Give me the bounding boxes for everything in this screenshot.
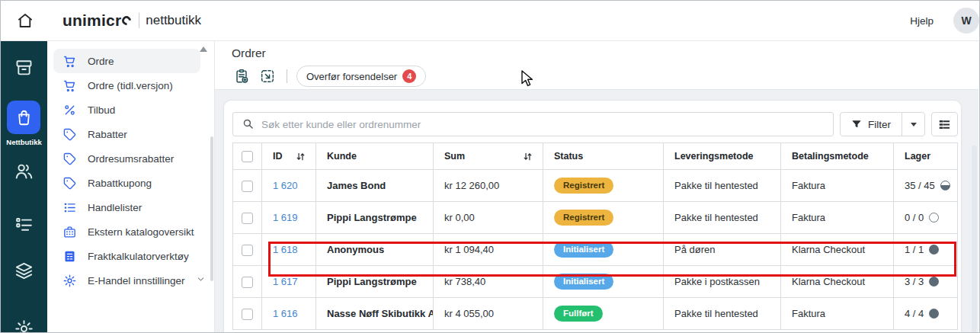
orders-table-wrap: IDKundeSumStatusLeveringsmetodeBetalings…	[232, 142, 958, 330]
order-row-1617[interactable]: 1 617Pippi Langstrømpekr 738,40Initialis…	[233, 266, 958, 298]
transfer-shipments-label: Overfør forsendelser	[306, 71, 397, 82]
column-header-id[interactable]: ID	[262, 143, 316, 170]
status-cell: Fullført	[543, 298, 664, 330]
sidebar-item-ordresumsrabatter[interactable]: Ordresumsrabatter	[53, 146, 200, 171]
row-checkbox[interactable]	[242, 309, 253, 320]
sidebar-item-rabatter[interactable]: Rabatter	[53, 122, 200, 146]
order-id-link[interactable]: 1 619	[273, 212, 298, 223]
order-id-cell: 1 617	[262, 266, 316, 298]
sidebar-scrollbar[interactable]	[210, 136, 213, 281]
order-id-link[interactable]: 1 616	[273, 308, 298, 319]
transfer-shipments-button[interactable]: Overfør forsendelser 4	[296, 66, 426, 87]
add-order-icon[interactable]	[232, 66, 251, 86]
active-module-tile[interactable]	[7, 101, 40, 134]
search-input[interactable]	[232, 112, 834, 136]
chevron-down-icon	[196, 274, 206, 287]
stock-cell: 1 / 1	[894, 234, 958, 266]
list-icon	[62, 200, 77, 215]
checklist-icon[interactable]	[14, 214, 34, 235]
page-scrollbar[interactable]	[972, 146, 977, 332]
filled-circle-icon	[929, 309, 939, 319]
cart-icon	[62, 54, 77, 69]
sidebar-item-ordre[interactable]: Ordre	[53, 49, 200, 73]
order-id-cell: 1 616	[262, 298, 316, 330]
order-row-1616[interactable]: 1 616Nasse Nøff Skibutikk ASkr 4 055,00F…	[233, 298, 958, 330]
status-badge: Initialisert	[554, 242, 613, 258]
status-badge: Initialisert	[554, 274, 613, 290]
stock-cell: 4 / 4	[894, 298, 958, 330]
column-header-leveringsmetode: Leveringsmetode	[664, 143, 781, 170]
column-header-lager: Lager	[894, 143, 958, 170]
delivery-method-cell: På døren	[664, 234, 781, 266]
order-id-link[interactable]: 1 617	[273, 276, 298, 287]
payment-method-cell: Faktura	[781, 170, 894, 202]
caret-down-icon	[911, 123, 917, 126]
user-avatar[interactable]: W	[953, 8, 979, 34]
row-checkbox[interactable]	[242, 245, 253, 256]
sidebar-item-label: Ordre	[88, 56, 114, 67]
shopping-bag-icon[interactable]: Nettbutikk	[6, 101, 41, 146]
archive-icon[interactable]	[14, 57, 34, 78]
filled-circle-icon	[929, 245, 939, 255]
filter-dropdown-button[interactable]	[902, 113, 924, 136]
order-row-1619[interactable]: 1 619Pippi Langstrømpekr 0,00RegistrertP…	[233, 202, 958, 234]
sort-icon[interactable]	[295, 151, 306, 162]
row-select-cell	[233, 170, 262, 202]
payment-method-cell: Klarna Checkout	[781, 266, 894, 298]
payment-method-cell: Klarna Checkout	[781, 234, 894, 266]
order-id-cell: 1 620	[262, 170, 316, 202]
select-all-checkbox[interactable]	[242, 151, 253, 162]
status-cell: Initialisert	[543, 234, 664, 266]
search-icon	[242, 117, 255, 130]
sidebar-scroll-up-arrow[interactable]	[200, 46, 207, 52]
column-view-button[interactable]	[931, 112, 958, 136]
filter-button[interactable]: Filter	[841, 113, 902, 136]
sum-cell: kr 738,40	[434, 266, 543, 298]
row-checkbox[interactable]	[242, 181, 253, 192]
sidebar-item-tilbud[interactable]: Tilbud	[53, 98, 200, 122]
sidebar-item-rabattkupong[interactable]: Rabattkupong	[53, 171, 200, 195]
row-select-cell	[233, 266, 262, 298]
home-icon[interactable]	[14, 9, 37, 32]
tag-icon	[62, 152, 77, 166]
order-row-1620[interactable]: 1 620James Bondkr 12 260,00RegistrertPak…	[233, 170, 958, 202]
users-icon[interactable]	[14, 161, 34, 181]
sidebar-menu: OrdreOrdre (tidl.versjon)TilbudRabatterO…	[47, 41, 215, 332]
order-id-link[interactable]: 1 620	[273, 180, 298, 191]
column-header-sum[interactable]: Sum	[434, 143, 543, 170]
empty-circle-icon	[929, 213, 939, 223]
calculator-icon	[62, 249, 77, 264]
product-name: nettbutikk	[146, 13, 201, 28]
status-badge: Registrert	[554, 178, 613, 194]
export-orders-icon[interactable]	[258, 66, 277, 86]
select-all-header	[233, 143, 262, 170]
sort-icon[interactable]	[522, 151, 533, 162]
percent-icon	[62, 103, 77, 117]
sidebar-item-fraktkalkulatorverkt-y[interactable]: Fraktkalkulatorverktøy	[53, 244, 200, 268]
status-cell: Initialisert	[543, 266, 664, 298]
sidebar-item-ordre-tidl-versjon[interactable]: Ordre (tidl.versjon)	[53, 73, 200, 98]
order-row-1618[interactable]: 1 618Anonymouskr 1 094,40InitialisertPå …	[233, 234, 958, 266]
order-id-link[interactable]: 1 618	[273, 244, 298, 255]
sidebar-item-ekstern-katalogoversikt[interactable]: Ekstern katalogoversikt	[53, 219, 200, 244]
layers-icon[interactable]	[14, 261, 34, 281]
gear-icon[interactable]	[14, 319, 34, 333]
filter-funnel-icon	[851, 119, 862, 130]
customer-cell: Pippi Langstrømpe	[316, 266, 434, 298]
help-link[interactable]: Hjelp	[910, 15, 934, 27]
sum-cell: kr 1 094,40	[434, 234, 543, 266]
main-content: Ordrer Overfør forsendelser 4	[215, 41, 978, 332]
list-controls: Filter	[232, 112, 958, 136]
column-header-status: Status	[543, 143, 664, 170]
app-window: unimicr nettbutikk Hjelp W Nettbutikk Or…	[0, 0, 980, 333]
row-checkbox[interactable]	[242, 213, 253, 224]
payment-method-cell: Faktura	[781, 298, 894, 330]
stock-cell: 35 / 45	[894, 170, 958, 202]
filter-split-button: Filter	[840, 112, 925, 136]
catalog-icon	[62, 225, 77, 239]
filled-circle-icon	[929, 277, 939, 287]
row-checkbox[interactable]	[242, 277, 253, 288]
sidebar-item-e-handel-innstillinger[interactable]: E-Handel innstillinger	[53, 268, 200, 293]
sum-cell: kr 0,00	[434, 202, 543, 234]
sidebar-item-handlelister[interactable]: Handlelister	[53, 195, 200, 219]
